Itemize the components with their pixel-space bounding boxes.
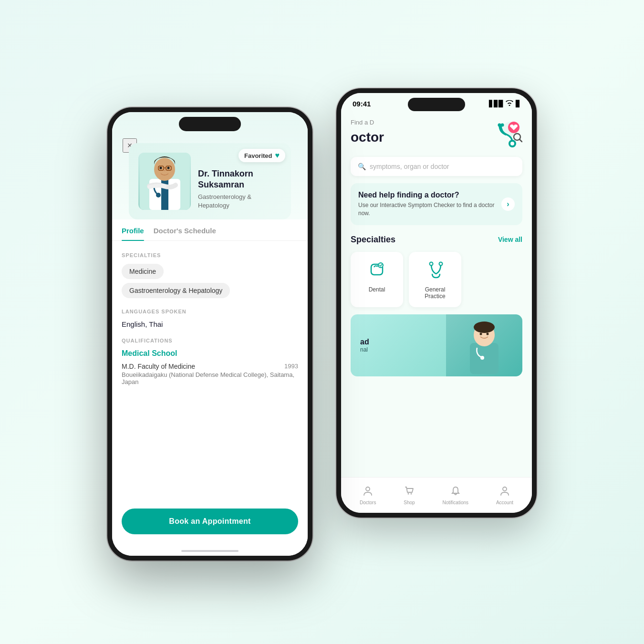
doctor-name: Dr. Tinnakorn Suksamran — [198, 168, 281, 191]
back-phone-notch — [408, 98, 465, 111]
home-bar — [181, 550, 239, 552]
time-display: 09:41 — [353, 100, 371, 108]
svg-point-15 — [480, 356, 484, 360]
svg-point-16 — [480, 332, 482, 335]
help-banner-arrow[interactable]: › — [501, 197, 515, 211]
front-phone: × Favorited ♥ — [107, 107, 312, 561]
back-subtitle: Find a D — [351, 119, 384, 126]
specialties-row: Dental General Practice — [341, 252, 532, 307]
svg-point-26 — [159, 167, 162, 169]
qual-item-year: 1993 — [284, 363, 298, 370]
promo-image — [446, 314, 522, 376]
account-icon — [499, 486, 510, 499]
home-indicator — [112, 546, 308, 556]
promo-title: ad — [360, 338, 369, 346]
qual-item-name: M.D. Faculty of Medicine — [122, 363, 195, 370]
languages-section-label: LANGUAGES SPOKEN — [122, 309, 298, 314]
help-banner[interactable]: Need help finding a doctor? Use our Inte… — [351, 183, 522, 225]
qual-item-0: M.D. Faculty of Medicine 1993 Boueiikada… — [122, 363, 298, 385]
general-practice-icon — [415, 260, 455, 282]
svg-point-2 — [510, 142, 514, 145]
promo-sub: nal — [360, 346, 369, 353]
languages-value: English, Thai — [122, 320, 298, 328]
specialty-tag-gastro: Gastroenterology & Hepatology — [122, 283, 230, 298]
app-logo — [491, 119, 522, 150]
back-phone-content: 09:41 ▋▊▉ ▊ Find a D octor — [341, 93, 532, 513]
qualifications-section-label: QUALIFICATIONS — [122, 338, 298, 343]
general-practice-label: General Practice — [415, 286, 455, 300]
svg-line-7 — [519, 139, 522, 142]
bottom-nav-back: Doctors Shop — [341, 477, 532, 513]
search-placeholder-back: symptoms, organ or doctor — [370, 163, 449, 170]
specialties-section: SPECIALTIES Medicine Gastroenterology & … — [122, 252, 298, 298]
nav-notifications[interactable]: Notifications — [443, 486, 468, 505]
help-banner-text: Need help finding a doctor? Use our Inte… — [358, 191, 501, 218]
shop-icon — [404, 486, 415, 499]
doctors-icon — [363, 486, 373, 499]
doctor-image — [138, 153, 191, 210]
doctor-info: Dr. Tinnakorn Suksamran Gastroenterology… — [198, 168, 281, 210]
nav-doctors-label: Doctors — [360, 500, 376, 505]
book-appointment-button[interactable]: Book an Appointment — [122, 509, 298, 534]
svg-point-21 — [503, 487, 507, 491]
svg-point-14 — [474, 322, 495, 333]
tabs-bar: Profile Doctor's Schedule — [112, 219, 308, 241]
front-phone-notch — [179, 117, 241, 131]
help-banner-subtitle: Use our Interactive Symptom Checker to f… — [358, 201, 501, 218]
qual-item-header: M.D. Faculty of Medicine 1993 — [122, 363, 298, 370]
svg-point-31 — [156, 193, 161, 197]
nav-account[interactable]: Account — [496, 486, 513, 505]
specialty-tag-medicine: Medicine — [122, 264, 164, 279]
tab-profile[interactable]: Profile — [122, 227, 144, 240]
specialty-card-general[interactable]: General Practice — [409, 252, 461, 307]
qual-item-school: Boueiikadaigaku (National Defense Medica… — [122, 371, 298, 385]
doctor-card: Favorited ♥ — [129, 143, 291, 219]
svg-point-17 — [487, 332, 489, 335]
front-phone-content: × Favorited ♥ — [112, 112, 308, 556]
dental-label: Dental — [357, 286, 396, 293]
wifi-icon — [506, 100, 513, 107]
nav-shop-label: Shop — [404, 500, 415, 505]
svg-point-25 — [154, 158, 175, 181]
back-header: Find a D octor — [341, 114, 532, 157]
back-main-title: octor — [351, 130, 384, 145]
tab-profile-label: Profile — [122, 227, 144, 235]
book-btn-container: Book an Appointment — [112, 501, 308, 546]
search-bar-back[interactable]: 🔍 symptoms, organ or doctor — [351, 157, 522, 176]
help-banner-title: Need help finding a doctor? — [358, 191, 501, 199]
specialties-header: Specialties View all — [341, 232, 532, 247]
back-phone: 09:41 ▋▊▉ ▊ Find a D octor — [336, 88, 537, 518]
svg-point-10 — [430, 262, 433, 265]
view-all-link[interactable]: View all — [498, 236, 522, 243]
nav-doctors[interactable]: Doctors — [360, 486, 376, 505]
svg-point-20 — [410, 493, 412, 494]
promo-banner[interactable]: ad nal — [351, 314, 522, 376]
svg-point-11 — [439, 262, 443, 265]
signal-icon: ▋▊▉ — [489, 100, 503, 107]
nav-account-label: Account — [496, 500, 513, 505]
specialty-tags: Medicine Gastroenterology & Hepatology — [122, 264, 298, 298]
svg-point-9 — [378, 263, 383, 268]
favorited-badge[interactable]: Favorited ♥ — [239, 149, 285, 162]
svg-point-18 — [366, 487, 370, 491]
svg-rect-12 — [470, 343, 499, 374]
status-icons: ▋▊▉ ▊ — [489, 100, 520, 107]
tab-schedule[interactable]: Doctor's Schedule — [154, 227, 216, 240]
svg-point-4 — [501, 124, 504, 127]
dental-icon — [357, 260, 396, 282]
favorited-label: Favorited — [244, 152, 272, 159]
search-icon-back: 🔍 — [358, 163, 366, 170]
notifications-icon — [450, 486, 461, 499]
specialties-title: Specialties — [351, 235, 395, 245]
languages-section: LANGUAGES SPOKEN English, Thai — [122, 309, 298, 328]
battery-icon: ▊ — [516, 100, 520, 107]
qualifications-section: QUALIFICATIONS Medical School M.D. Facul… — [122, 338, 298, 385]
svg-point-19 — [407, 493, 409, 494]
specialty-card-dental[interactable]: Dental — [351, 252, 403, 307]
specialties-section-label: SPECIALTIES — [122, 252, 298, 258]
profile-content: SPECIALTIES Medicine Gastroenterology & … — [112, 241, 308, 501]
nav-shop[interactable]: Shop — [404, 486, 415, 505]
doctor-specialty: Gastroenterology & Hepatology — [198, 193, 281, 210]
tab-schedule-label: Doctor's Schedule — [154, 227, 216, 235]
nav-notifications-label: Notifications — [443, 500, 468, 505]
